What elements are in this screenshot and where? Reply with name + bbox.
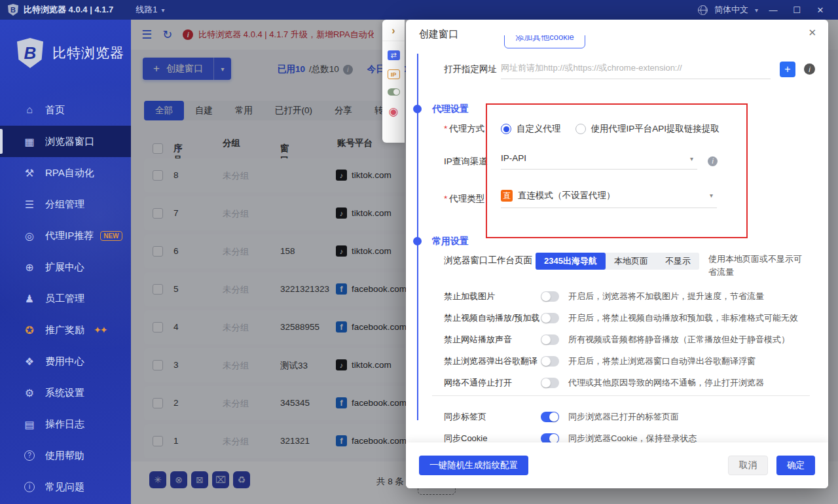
chevron-down-icon: ▾ — [755, 7, 758, 14]
sidebar-item-faq[interactable]: i 常见问题 — [0, 471, 131, 503]
app-title: 比特浏览器 4.0.4 | 4.1.7 — [24, 4, 113, 16]
transfer-icon[interactable]: ⇄ — [388, 50, 400, 60]
close-button[interactable]: ✕ — [812, 5, 829, 15]
nav-item-icon: i — [24, 482, 35, 492]
chevron-down-icon: ▾ — [710, 192, 713, 199]
sidebar-item-promotion[interactable]: ✪ 推广奖励 ✦✦ — [0, 314, 131, 346]
sidebar-item-browser-windows[interactable]: ▦ 浏览器窗口 — [0, 126, 131, 157]
nav-item-label: 扩展中心 — [45, 261, 84, 274]
nav-item-label: RPA自动化 — [45, 167, 94, 179]
radio-icon[interactable] — [501, 124, 511, 134]
toggle-switch[interactable] — [541, 334, 559, 345]
sidebar-item-proxy-ip[interactable]: ◎ 代理IP推荐 NEW — [0, 220, 131, 251]
nav-item-icon: ? — [24, 450, 35, 461]
ip-channel-label: IP查询渠道 — [444, 156, 501, 168]
chevron-down-icon: ▾ — [162, 7, 165, 14]
ip-channel-select[interactable]: IP-API ▾ — [501, 153, 697, 170]
sidebar-item-home[interactable]: ⌂ 首页 — [0, 94, 131, 126]
new-badge: NEW — [100, 231, 122, 241]
toggle-description: 开启后，浏览器将不加载图片，提升速度，节省流量 — [568, 291, 764, 302]
chevron-down-icon: ▾ — [690, 155, 693, 162]
toggle-row: 同步Cookie 同步浏览器Cookie，保持登录状态 — [444, 427, 822, 442]
nav-item-icon: ⚒ — [22, 167, 37, 179]
segment-option[interactable]: 2345出海导航 — [536, 253, 606, 270]
add-cookie-button[interactable]: 添加其他cookie — [504, 35, 585, 48]
proxy-type-value: 直连模式（不设置代理） — [518, 190, 615, 202]
proxy-type-select[interactable]: 直 直连模式（不设置代理） ▾ — [501, 190, 717, 208]
radio-option[interactable]: 自定义代理 — [501, 123, 575, 135]
maximize-button[interactable]: ☐ — [788, 5, 805, 15]
nav-item-label: 首页 — [45, 104, 65, 117]
proxy-method-label: *代理方式 — [444, 123, 501, 135]
radio-icon[interactable] — [575, 124, 586, 134]
nav-item-icon: ⌂ — [22, 104, 37, 116]
sidebar-item-billing-center[interactable]: ❖ 费用中心 — [0, 346, 131, 377]
toggle-row: 禁止网站播放声音 所有视频或音频都将静音播放（正常播放但处于静音模式） — [444, 329, 822, 350]
sidebar-item-help[interactable]: ? 使用帮助 — [0, 440, 131, 471]
nav-item-icon: ⊕ — [22, 261, 37, 274]
open-url-input[interactable] — [501, 59, 771, 79]
segment-option[interactable]: 本地页面 — [606, 253, 657, 270]
nav-item-label: 浏览器窗口 — [45, 135, 94, 148]
proxy-method-options: 自定义代理 使用代理IP平台API提取链接提取 — [501, 123, 734, 135]
toggle-switch[interactable] — [541, 378, 559, 388]
toggle-row: 同步标签页 同步浏览器已打开的标签页面 — [444, 406, 822, 427]
nav-item-icon: ☰ — [22, 198, 37, 211]
open-url-label: 打开指定网址 — [444, 63, 501, 75]
section-dot — [413, 237, 422, 245]
ip-query-icon[interactable]: IP — [388, 69, 400, 79]
radio-label: 使用代理IP平台API提取链接提取 — [591, 123, 720, 135]
add-url-button[interactable]: + — [780, 62, 795, 77]
nav-item-icon: ⚙ — [22, 387, 37, 399]
toggle-switch[interactable] — [541, 433, 559, 443]
sparkle-icon: ✦✦ — [94, 325, 106, 335]
sidebar-item-group-manage[interactable]: ☰ 分组管理 — [0, 189, 131, 220]
toggle-switch[interactable] — [541, 412, 559, 422]
url-info-icon[interactable]: i — [804, 63, 815, 75]
dialog-body: 添加其他cookie 打开指定网址 + i 代理设置 *代理方式 自定义代理 — [406, 35, 828, 442]
sidebar-item-rpa[interactable]: ⚒ RPA自动化 — [0, 157, 131, 189]
nav-item-icon: ▦ — [22, 135, 37, 148]
sidebar-item-system-settings[interactable]: ⚙ 系统设置 — [0, 377, 131, 408]
workbench-segments: 2345出海导航本地页面不显示 — [536, 253, 699, 270]
minimize-button[interactable]: — — [765, 5, 782, 15]
toggle-icon[interactable] — [388, 88, 400, 96]
segment-option[interactable]: 不显示 — [657, 253, 699, 270]
radio-label: 自定义代理 — [517, 123, 561, 135]
option-toggles: 禁止加载图片 开启后，浏览器将不加载图片，提升速度，节省流量 禁止视频自动播放/… — [444, 285, 822, 393]
sidebar-item-operation-log[interactable]: ▤ 操作日志 — [0, 408, 131, 440]
direct-mode-badge: 直 — [501, 190, 513, 202]
radio-option[interactable]: 使用代理IP平台API提取链接提取 — [575, 123, 735, 135]
ip-channel-info-icon[interactable]: i — [708, 156, 718, 166]
toggle-switch[interactable] — [541, 291, 559, 302]
ip-channel-row: IP查询渠道 IP-API ▾ i — [444, 153, 718, 170]
nav-item-label: 常见问题 — [45, 481, 84, 494]
nav-item-label: 操作日志 — [45, 418, 84, 431]
workbench-note: 使用本地页面或不显示可省流量 — [708, 253, 805, 278]
nav-item-label: 系统设置 — [45, 387, 84, 399]
toggle-label: 网络不通停止打开 — [444, 377, 541, 389]
nav-item-label: 代理IP推荐 — [45, 230, 94, 242]
line-selector[interactable]: 线路1 ▾ — [136, 4, 164, 16]
sidebar-item-staff-manage[interactable]: ♟ 员工管理 — [0, 283, 131, 314]
toggle-switch[interactable] — [541, 313, 559, 323]
toggle-switch[interactable] — [541, 356, 559, 367]
confirm-button[interactable]: 确定 — [776, 456, 815, 475]
random-fingerprint-button[interactable]: 一键随机生成指纹配置 — [419, 456, 528, 475]
chevron-right-icon[interactable]: › — [382, 25, 405, 41]
nav-item-icon: ❖ — [22, 355, 37, 368]
toggle-description: 同步浏览器已打开的标签页面 — [568, 411, 679, 423]
language-selector[interactable]: 简体中文 — [714, 4, 748, 16]
toggle-description: 同步浏览器Cookie，保持登录状态 — [568, 433, 697, 443]
workbench-row: 浏览器窗口工作台页面 2345出海导航本地页面不显示 使用本地页面或不显示可省流… — [444, 253, 805, 278]
fingerprint-icon[interactable]: ◉ — [389, 105, 399, 118]
nav-item-icon: ♟ — [22, 293, 37, 305]
ip-channel-value: IP-API — [501, 153, 697, 163]
section-divider — [432, 395, 810, 396]
toggle-label: 同步Cookie — [444, 433, 541, 443]
sidebar-item-extension-center[interactable]: ⊕ 扩展中心 — [0, 251, 131, 283]
brand-shield-icon: B — [17, 38, 43, 68]
cancel-button[interactable]: 取消 — [728, 456, 768, 475]
nav-item-label: 使用帮助 — [45, 450, 84, 462]
toggle-description: 开启后，将禁止视频自动播放和预加载，非标准格式可能无效 — [568, 312, 798, 324]
